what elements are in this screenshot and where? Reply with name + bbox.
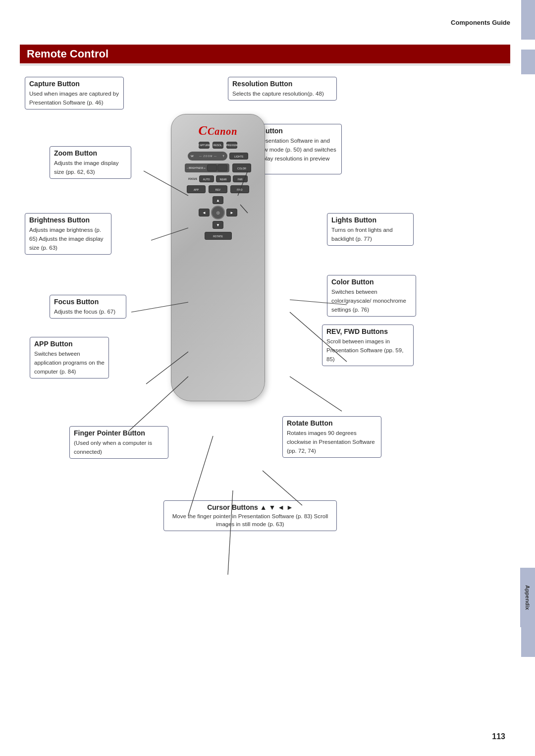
brightness-plus: + <box>204 166 206 169</box>
capture-button-box: Capture Button Used when images are capt… <box>25 77 124 109</box>
appendix-label: Appendix <box>525 585 531 610</box>
appendix-tab: Appendix <box>520 568 535 627</box>
cursor-left-btn: ◄ <box>199 209 210 216</box>
brightness-button-box: Brightness Button Adjusts image brightne… <box>25 213 111 255</box>
lights-button-title: Lights Button <box>331 216 409 224</box>
cursor-section: ▲ ◄ ⊕ ► ▼ <box>175 196 261 229</box>
revfwd-button-body: Scroll between images in Presentation So… <box>326 338 403 362</box>
deco-top-right-2 <box>521 50 535 74</box>
app-btn-remote: APP <box>187 185 206 193</box>
top-buttons-row: CAPTURE RESOL. PREVIEW <box>175 142 261 149</box>
cursor-right-btn: ► <box>226 209 237 216</box>
cursor-button-box: Cursor Buttons ▲ ▼ ◄ ► Move the finger p… <box>163 500 337 531</box>
lights-btn-remote: LIGHTS <box>229 153 248 160</box>
focus-button-box: Focus Button Adjusts the focus (p. 67) <box>50 295 126 319</box>
color-button-box: Color Button Switches between color/gray… <box>327 275 416 317</box>
section-divider <box>20 64 510 65</box>
app-button-title: APP Button <box>34 340 105 348</box>
cursor-mid-row: ◄ ⊕ ► <box>199 206 237 219</box>
color-button-title: Color Button <box>331 278 412 286</box>
page-number: 113 <box>492 732 505 741</box>
focus-auto-btn: AUTO <box>199 175 214 182</box>
lights-button-body: Turns on front lights and backlight (p. … <box>331 227 393 242</box>
finger-button-box: Finger Pointer Button (Used only when a … <box>69 426 168 459</box>
zoom-button-box: Zoom Button Adjusts the image display si… <box>50 146 131 179</box>
lights-button-box: Lights Button Turns on front lights and … <box>327 213 414 246</box>
brightness-row: − BRIGHTNESS + COLOR <box>175 163 261 172</box>
zoom-bar: W — ZOOM — T <box>188 152 227 161</box>
left-brightness-btn <box>207 164 217 171</box>
right-brightness-btn <box>217 164 227 171</box>
resolution-button-body: Selects the capture resolution(p. 48) <box>232 91 324 97</box>
cursor-button-title: Cursor Buttons ▲ ▼ ◄ ► <box>168 503 332 511</box>
cursor-down-btn: ▼ <box>213 221 223 229</box>
remote-body: CCanon CAPTURE RESOL. PREVIEW W — ZOOM —… <box>171 114 265 401</box>
rev-btn-remote: REV <box>209 185 227 193</box>
focus-label: FOCUS <box>188 177 197 180</box>
deco-top-right-1 <box>521 0 535 40</box>
rotate-row: ROTATE <box>175 232 261 240</box>
zoom-w-label: W <box>191 155 194 158</box>
focus-near-btn: NEAR <box>216 175 231 182</box>
zoom-button-title: Zoom Button <box>54 149 127 157</box>
finger-button-title: Finger Pointer Button <box>74 429 164 437</box>
app-button-body: Switches between application programs on… <box>34 351 105 375</box>
color-btn-remote: COLOR <box>232 163 251 172</box>
preview-btn-remote: PREVIEW <box>226 142 237 149</box>
rotate-button-title: Rotate Button <box>287 419 377 427</box>
resolution-btn-remote: RESOL. <box>213 142 223 149</box>
rotate-button-box: Rotate Button Rotates images 90 degrees … <box>282 416 381 458</box>
brightness-button-title: Brightness Button <box>29 216 107 224</box>
cursor-up-row: ▲ <box>213 196 223 204</box>
focus-button-body: Adjusts the focus (p. 67) <box>54 309 115 315</box>
resolution-button-title: Resolution Button <box>232 80 332 88</box>
cursor-up-btn: ▲ <box>213 196 223 204</box>
cursor-center-icon: ⊕ <box>216 210 220 216</box>
svg-line-9 <box>290 377 342 411</box>
revfwd-button-box: REV, FWD Buttons Scroll between images i… <box>322 324 414 366</box>
cursor-down-row: ▼ <box>213 221 223 229</box>
capture-btn-remote: CAPTURE <box>199 142 210 149</box>
capture-button-title: Capture Button <box>29 80 119 88</box>
brightness-minus: − <box>187 166 188 169</box>
remote-control-illustration: CCanon CAPTURE RESOL. PREVIEW W — ZOOM —… <box>163 114 272 411</box>
zoom-t-label: T <box>222 155 224 158</box>
cursor-center-btn: ⊕ <box>211 206 225 219</box>
zoom-row: W — ZOOM — T LIGHTS <box>175 152 261 161</box>
app-button-box: APP Button Switches between application … <box>30 337 109 378</box>
focus-far-btn: FAR <box>233 175 248 182</box>
section-title: Remote Control <box>27 48 503 60</box>
capture-button-body: Used when images are captured by Present… <box>29 91 119 106</box>
cursor-button-body: Move the finger pointer in Presentation … <box>168 512 332 528</box>
rotate-button-body: Rotates images 90 degrees clockwise in P… <box>287 430 375 454</box>
components-guide-label: Components Guide <box>451 19 510 26</box>
app-row: APP REV FWD <box>175 185 261 193</box>
section-title-bar: Remote Control <box>20 45 510 63</box>
color-button-body: Switches between color/grayscale/ monoch… <box>331 289 406 313</box>
rotate-btn-remote: ROTATE <box>205 232 232 240</box>
fwd-btn-remote: FWD <box>230 185 249 193</box>
resolution-button-box: Resolution Button Selects the capture re… <box>228 77 337 101</box>
revfwd-button-title: REV, FWD Buttons <box>326 327 409 335</box>
brightness-button-body: Adjusts image brightness (p. 65) Adjusts… <box>29 227 104 251</box>
zoom-button-body: Adjusts the image display size (pp. 62, … <box>54 160 118 175</box>
focus-row: FOCUS AUTO NEAR FAR <box>175 175 261 182</box>
focus-button-title: Focus Button <box>54 298 122 306</box>
brightness-bar: − BRIGHTNESS + <box>185 163 229 172</box>
finger-button-body: (Used only when a computer is connected) <box>74 440 152 455</box>
canon-logo: CCanon <box>199 123 238 138</box>
remote-buttons-area: CAPTURE RESOL. PREVIEW W — ZOOM — T LIGH… <box>175 142 261 242</box>
